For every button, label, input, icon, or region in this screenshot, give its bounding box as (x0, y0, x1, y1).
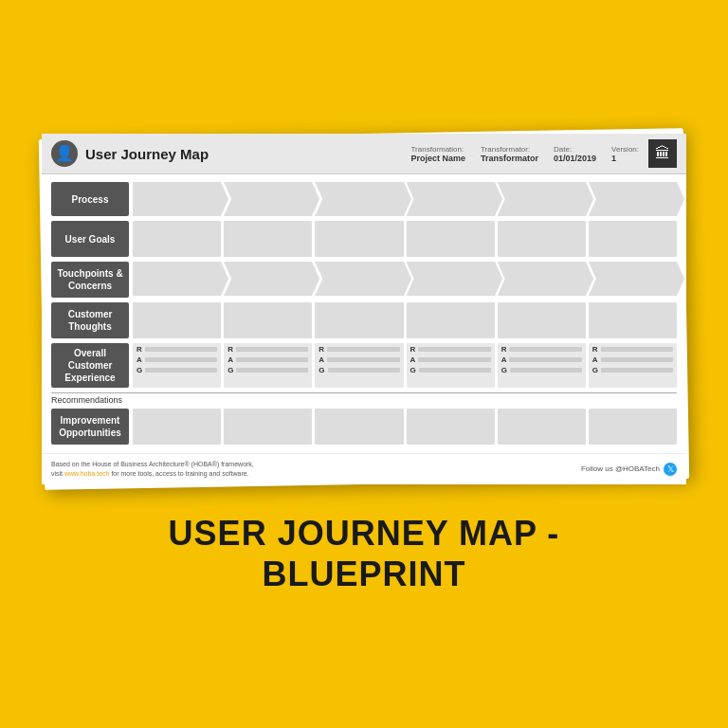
touchpoints-label: Touchpoints & Concerns (51, 262, 129, 298)
user-goals-cell-5 (498, 221, 586, 257)
transformator-label: Transformator: (481, 145, 538, 154)
improvement-cells (133, 409, 677, 445)
footer-follow: Follow us @HOBATech (581, 464, 660, 473)
table-area: Process User Goals (42, 174, 686, 453)
rag-a-5: A (501, 355, 582, 364)
user-goals-cells (133, 221, 677, 257)
process-row: Process (51, 182, 677, 216)
footer-line1: Based on the House of Business Architect… (51, 461, 254, 467)
transformation-value: Project Name (411, 154, 466, 163)
improvement-label: Improvement Opportunities (51, 409, 129, 445)
rag-cell-6: R A G (589, 343, 677, 388)
customer-thoughts-cell-2 (224, 302, 312, 338)
process-cell-2 (224, 182, 312, 216)
process-label: Process (51, 182, 129, 216)
touchpoints-row: Touchpoints & Concerns (51, 262, 677, 298)
transformation-label: Transformation: (411, 145, 466, 154)
rag-cell-4: R A G (407, 343, 495, 388)
rag-a-2: A (228, 355, 308, 364)
meta-version: Version: 1 (611, 145, 639, 163)
improvement-cell-3 (315, 409, 403, 445)
footer-left: Based on the House of Business Architect… (51, 460, 254, 479)
improvement-cell-1 (133, 409, 221, 445)
header: 👤 User Journey Map Transformation: Proje… (42, 134, 686, 174)
touchpoints-cell-3 (315, 262, 403, 296)
rag-cells: R A G R A G R A G (133, 343, 677, 388)
process-cell-6 (589, 182, 677, 216)
footer-line3: for more tools, access to training and s… (109, 470, 248, 477)
customer-thoughts-cell-1 (133, 302, 221, 338)
customer-thoughts-cell-4 (407, 302, 495, 338)
rag-a-6: A (592, 355, 673, 364)
header-title: User Journey Map (85, 146, 411, 162)
footer-right: Follow us @HOBATech 𝕏 (581, 463, 677, 476)
card-wrapper: 👤 User Journey Map Transformation: Proje… (39, 128, 689, 489)
rag-r-4: R (410, 345, 491, 354)
rag-r-3: R (318, 345, 399, 354)
user-goals-cell-6 (589, 221, 677, 257)
header-logo: 🏛 (648, 139, 677, 168)
customer-thoughts-cell-6 (589, 302, 677, 338)
user-goals-cell-4 (407, 221, 495, 257)
rag-a-3: A (318, 355, 399, 364)
twitter-icon: 𝕏 (664, 463, 677, 476)
user-goals-cell-3 (315, 221, 403, 257)
meta-transformator: Transformator: Transformator (481, 145, 538, 163)
footer: Based on the House of Business Architect… (42, 453, 686, 484)
avatar-icon: 👤 (55, 146, 74, 161)
touchpoints-cell-2 (224, 262, 312, 296)
touchpoints-cell-6 (589, 262, 677, 296)
touchpoints-cell-4 (407, 262, 495, 296)
bottom-title-line1: USER JOURNEY MAP - (169, 513, 560, 554)
customer-thoughts-cell-5 (498, 302, 586, 338)
rag-label: Overall Customer Experience (51, 343, 129, 388)
rag-r-6: R (592, 345, 673, 354)
rag-row: Overall Customer Experience R A G R A G (51, 343, 677, 388)
date-value: 01/01/2019 (554, 154, 596, 163)
customer-thoughts-cell-3 (315, 302, 403, 338)
rag-cell-2: R A G (224, 343, 312, 388)
improvement-row: Improvement Opportunities (51, 409, 677, 445)
rag-cell-1: R A G (133, 343, 221, 388)
rag-a-1: A (136, 355, 217, 364)
avatar: 👤 (51, 140, 78, 167)
improvement-cell-5 (498, 409, 586, 445)
rag-g-5: G (501, 366, 582, 374)
header-meta: Transformation: Project Name Transformat… (411, 145, 640, 163)
process-cell-4 (407, 182, 495, 216)
rag-r-2: R (228, 345, 308, 354)
user-goals-label: User Goals (51, 221, 129, 257)
user-goals-row: User Goals (51, 221, 677, 257)
footer-line2: visit (51, 470, 64, 477)
touchpoints-cell-1 (133, 262, 221, 296)
rag-a-4: A (410, 355, 491, 364)
version-value: 1 (611, 154, 639, 163)
user-goals-cell-2 (224, 221, 312, 257)
rag-g-1: G (136, 366, 217, 374)
process-cell-5 (498, 182, 586, 216)
version-label: Version: (611, 145, 639, 154)
rag-g-6: G (592, 366, 673, 374)
meta-date: Date: 01/01/2019 (554, 145, 596, 163)
touchpoints-cells (133, 262, 677, 298)
card-inner: 👤 User Journey Map Transformation: Proje… (42, 134, 686, 484)
rag-cell-3: R A G (315, 343, 403, 388)
bottom-title-line2: BLUEPRINT (169, 554, 560, 594)
bottom-title: USER JOURNEY MAP - BLUEPRINT (150, 513, 579, 594)
rag-g-2: G (228, 366, 308, 374)
user-goals-cell-1 (133, 221, 221, 257)
improvement-cell-4 (407, 409, 495, 445)
process-cells (133, 182, 677, 216)
process-cell-3 (315, 182, 403, 216)
meta-transformation: Transformation: Project Name (411, 145, 466, 163)
recommendations-label: Recommendations (51, 392, 677, 407)
touchpoints-cell-5 (498, 262, 586, 296)
customer-thoughts-label: Customer Thoughts (51, 302, 129, 338)
transformator-value: Transformator (481, 154, 538, 163)
rag-g-3: G (318, 366, 399, 374)
customer-thoughts-row: Customer Thoughts (51, 302, 677, 338)
rag-g-4: G (410, 366, 491, 374)
customer-thoughts-cells (133, 302, 677, 338)
footer-link[interactable]: www.hoba.tech (64, 470, 109, 477)
rag-r-1: R (136, 345, 217, 354)
